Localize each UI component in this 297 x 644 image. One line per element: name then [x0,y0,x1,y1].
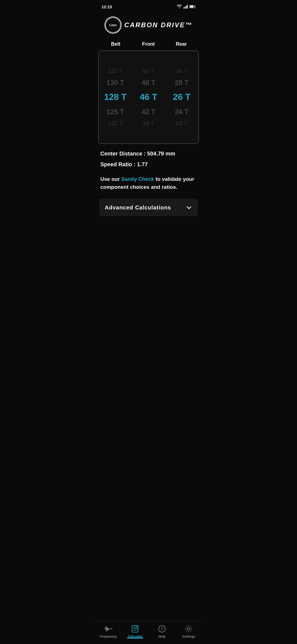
svg-rect-4 [187,5,188,9]
picker-item[interactable]: 48 T [132,77,165,89]
status-time: 12:15 [101,4,112,9]
wifi-icon [177,5,182,9]
gates-logo-svg: Gates [105,17,121,33]
sanity-prefix: Use our [100,176,121,182]
picker-item[interactable]: 24 T [165,106,198,118]
sanity-section: Use our Sanity Check to validate your co… [95,175,202,197]
svg-rect-6 [195,6,196,7]
logo-area: Gates CARBON DRIVE™ [95,12,202,39]
status-bar: 12:15 [95,0,202,12]
picker-item[interactable]: 122 T [99,118,132,129]
picker-item[interactable]: 32 T [165,56,198,66]
picker-item-active[interactable]: 128 T [99,89,132,106]
picker-item[interactable]: 125 T [99,106,132,118]
brand-name: CARBON DRIVE™ [124,21,193,29]
logo-container: Gates CARBON DRIVE™ [105,17,193,34]
advanced-label: Advanced Calculations [105,204,171,211]
picker-col-front[interactable]: 52 T 50 T 48 T 46 T 42 T 39 T 34 T [132,51,165,143]
sanity-text: Use our Sanity Check to validate your co… [100,175,197,191]
belt-header: Belt [100,41,132,47]
status-icons [177,5,196,9]
center-distance-value: 504.79 mm [147,151,175,157]
picker-item[interactable]: 39 T [132,118,165,129]
picker-item[interactable]: 34 T [132,129,165,138]
picker-item[interactable]: 42 T [132,106,165,118]
picker-item[interactable]: 23 T [165,118,198,129]
rear-header: Rear [165,41,197,47]
battery-icon [189,5,196,8]
center-distance: Center Distance : 504.79 mm [100,151,197,157]
picker-item[interactable]: 120 T [99,129,132,138]
picker-col-rear[interactable]: 32 T 30 T 28 T 26 T 24 T 23 T 22 T [165,51,198,143]
svg-point-0 [179,8,180,8]
front-header: Front [132,41,165,47]
picker-item[interactable]: 132 T [99,66,132,76]
picker-item[interactable]: 28 T [165,77,198,89]
picker-grid: 137 T 132 T 130 T 128 T 125 T 122 T 120 … [99,51,198,143]
picker-item[interactable]: 52 T [132,56,165,66]
center-distance-label: Center Distance : [100,151,147,157]
picker-item[interactable]: 137 T [99,56,132,66]
svg-rect-7 [190,6,194,8]
chevron-down-icon [186,204,192,211]
picker-item[interactable]: 50 T [132,66,165,76]
svg-rect-1 [183,7,184,9]
gates-oval-logo: Gates [105,17,122,34]
logo-text: CARBON DRIVE™ [124,21,193,29]
picker-item[interactable]: 130 T [99,77,132,89]
picker-item[interactable]: 30 T [165,66,198,76]
speed-ratio: Speed Ratio : 1.77 [100,161,197,168]
picker-container[interactable]: 137 T 132 T 130 T 128 T 125 T 122 T 120 … [98,50,199,144]
picker-item[interactable]: 22 T [165,129,198,138]
svg-rect-3 [186,6,187,9]
advanced-calculations[interactable]: Advanced Calculations [99,199,198,216]
svg-rect-2 [185,7,186,9]
speed-ratio-label: Speed Ratio : [100,161,137,167]
sanity-check-link[interactable]: Sanity Check [121,176,154,182]
picker-item-active[interactable]: 46 T [132,89,165,106]
picker-item-active[interactable]: 26 T [165,89,198,106]
info-section: Center Distance : 504.79 mm Speed Ratio … [95,144,202,175]
picker-col-belt[interactable]: 137 T 132 T 130 T 128 T 125 T 122 T 120 … [99,51,132,143]
speed-ratio-value: 1.77 [137,161,148,167]
svg-text:Gates: Gates [109,23,117,27]
column-headers: Belt Front Rear [95,39,202,49]
signal-icon [183,5,188,9]
